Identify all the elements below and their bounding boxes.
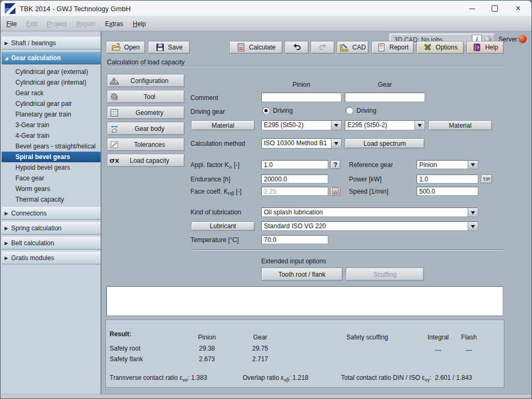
calculation-method-select[interactable]: ISO 10300 Method B1	[261, 138, 342, 148]
save-button[interactable]: Save	[148, 41, 190, 54]
menu-file[interactable]: File	[2, 17, 21, 31]
undo-button[interactable]	[285, 41, 309, 54]
sidebar-item-cylindrical-gear-internal[interactable]: Cylindrical gear (internal)	[2, 77, 101, 88]
driving-pinion-radio[interactable]: Driving	[262, 107, 293, 114]
redo-icon	[318, 42, 328, 53]
sidebar-item-worm-gears[interactable]: Worm gears	[2, 184, 101, 194]
comment-label: Comment	[190, 94, 218, 102]
comment-pinion-input[interactable]	[261, 93, 342, 102]
maximize-button[interactable]	[487, 3, 503, 14]
endurance-input[interactable]	[261, 174, 328, 184]
safety-root-gear-value: 29.75	[242, 345, 279, 352]
collapsed-triangle-icon: ▶	[2, 226, 11, 231]
load-spectrum-button[interactable]: Load spectrum	[345, 138, 425, 148]
menu-project[interactable]: Project	[42, 17, 71, 31]
help-button[interactable]: ? Help	[467, 41, 504, 54]
sidebar-section-gratis-modules[interactable]: ▶Gratis modules	[2, 252, 101, 264]
sidebar-section-gear-calculation[interactable]: ◢Gear calculation	[2, 52, 101, 64]
tolerances-button[interactable]: Tolerances	[107, 138, 185, 151]
temperature-label: Temperature [°C]	[190, 236, 239, 244]
radio-icon	[346, 107, 353, 114]
close-button[interactable]: ×	[510, 3, 526, 14]
app-window: TBK 2014 - GWJ Technology GmbH × File Ed…	[0, 0, 532, 399]
driving-gear-radio[interactable]: Driving	[346, 107, 376, 114]
open-button[interactable]: Open	[106, 41, 145, 54]
chevron-down-icon[interactable]	[468, 208, 478, 217]
speed-input[interactable]	[417, 187, 478, 196]
geometry-button[interactable]: Geometry	[107, 106, 185, 119]
load-capacity-button[interactable]: σx Load capacity	[107, 154, 185, 167]
sidebar-item-4-gear-train[interactable]: 4-Gear train	[2, 130, 101, 141]
sidebar-item-cylindrical-gear-pair[interactable]: Cylindrical gear pair	[2, 98, 101, 109]
result-col-scuffing: Safety scuffing	[346, 334, 388, 341]
column-header-gear: Gear	[345, 81, 425, 88]
sidebar-item-planetary-gear-train[interactable]: Planetary gear train	[2, 109, 101, 120]
menu-edit[interactable]: Edit	[21, 17, 42, 31]
total-contact-ratio: Total contact ratio DIN / ISO εvγ: 2.601…	[341, 374, 472, 383]
menu-help[interactable]: Help	[128, 17, 151, 31]
chevron-down-icon[interactable]	[414, 121, 425, 130]
help-book-icon: ?	[472, 43, 482, 52]
comment-gear-input[interactable]	[345, 93, 425, 102]
sidebar-item-bevel-gears-straight-helical[interactable]: Bevel gears - straight/helical	[2, 141, 101, 152]
chevron-down-icon[interactable]	[331, 139, 341, 148]
tool-button[interactable]: Tool	[107, 90, 185, 103]
gear-body-button[interactable]: Gear body	[107, 122, 185, 135]
report-button[interactable]: Report	[371, 41, 414, 54]
power-input[interactable]	[417, 174, 478, 184]
appl-factor-label: Appl. factor KA [-]	[190, 161, 239, 170]
lubricant-select[interactable]: Standard ISO VG 220	[261, 221, 478, 231]
menu-items: File Edit Project Report Extras Help	[2, 16, 151, 31]
material-gear-select[interactable]: E295 (St50-2)	[345, 120, 425, 130]
minimize-button[interactable]	[464, 3, 480, 14]
lubricant-button[interactable]: Lubricant	[191, 221, 255, 231]
sidebar-item-hypoid-bevel-gears[interactable]: Hypoid bevel gears	[2, 162, 101, 173]
sidebar-item-gear-rack[interactable]: Gear rack	[2, 88, 101, 98]
calculator-small-icon	[332, 187, 339, 196]
chevron-down-icon[interactable]	[331, 121, 341, 130]
sidebar-item-thermal-capacity[interactable]: Thermal capacity	[2, 194, 101, 205]
tools-icon	[423, 43, 433, 52]
face-coeff-label: Face coeff. KHβ [-]	[190, 188, 242, 196]
face-coeff-calc-button[interactable]	[330, 187, 340, 196]
torque-power-toggle-button[interactable]: T/P	[481, 174, 492, 184]
material-pinion-button[interactable]: Material	[191, 120, 255, 130]
sidebar-section-shaft-bearings[interactable]: ▶Shaft / bearings	[2, 37, 101, 49]
result-title: Result:	[110, 330, 131, 338]
sidebar-item-cylindrical-gear-external[interactable]: Cylindrical gear (external)	[2, 66, 101, 77]
sidebar-item-3-gear-train[interactable]: 3-Gear train	[2, 120, 101, 130]
sidebar-section-connections[interactable]: ▶Connections	[2, 207, 101, 220]
scuffing-flash-value: ---	[454, 346, 484, 354]
menu-extras[interactable]: Extras	[100, 17, 128, 31]
transverse-contact-ratio: Transverse contact ratio εvα: 1.383	[110, 374, 207, 383]
calculate-button[interactable]: Calculate	[229, 41, 282, 54]
temperature-input[interactable]	[261, 235, 328, 244]
sidebar-item-spiral-bevel-gears[interactable]: Spiral bevel gears	[2, 152, 101, 162]
material-pinion-select[interactable]: E295 (St50-2)	[261, 120, 342, 130]
options-button[interactable]: Options	[417, 41, 464, 54]
menu-report[interactable]: Report	[71, 17, 100, 31]
material-gear-button[interactable]: Material	[428, 120, 492, 130]
configuration-button[interactable]: Configuration	[107, 74, 185, 87]
endurance-label: Endurance [h]	[190, 176, 230, 183]
menu-bar: File Edit Project Report Extras Help 3D …	[1, 16, 531, 31]
appl-factor-help-button[interactable]: ?	[330, 160, 340, 169]
appl-factor-input[interactable]	[261, 160, 328, 169]
sidebar-item-face-gear[interactable]: Face gear	[2, 173, 101, 184]
configuration-icon	[110, 76, 119, 86]
speed-label: Speed [1/min]	[349, 188, 388, 195]
chevron-down-icon[interactable]	[468, 222, 478, 230]
lubrication-select[interactable]: Oil splash lubrication	[261, 207, 478, 217]
server-status-indicator-icon	[519, 35, 527, 43]
chevron-down-icon[interactable]	[468, 161, 478, 169]
tooth-root-flank-button[interactable]: Tooth root / flank	[261, 268, 343, 281]
tolerances-icon	[110, 140, 119, 149]
window-title: TBK 2014 - GWJ Technology GmbH	[20, 5, 131, 13]
reference-gear-select[interactable]: Pinion	[417, 160, 478, 169]
safety-root-pinion-value: 29.38	[188, 345, 226, 352]
redo-button[interactable]	[311, 41, 335, 54]
sidebar-section-belt-calculation[interactable]: ▶Belt calculation	[2, 237, 101, 250]
extended-options-label: Extended input options	[261, 257, 326, 265]
cad-button[interactable]: CAD	[337, 41, 369, 54]
sidebar-section-spring-calculation[interactable]: ▶Spring calculation	[2, 222, 101, 235]
